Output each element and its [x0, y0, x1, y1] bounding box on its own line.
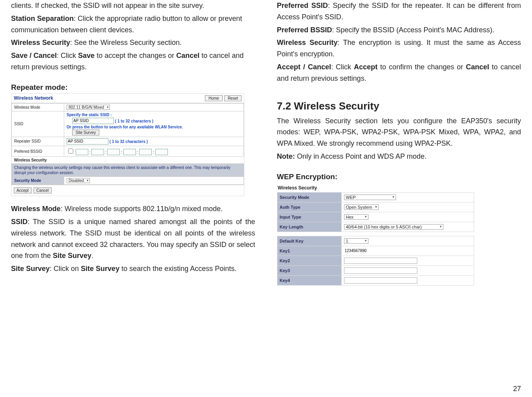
bssid-octet-6[interactable] — [155, 149, 168, 155]
security-mode-select[interactable]: Disabled — [67, 178, 90, 183]
key-length-select[interactable]: 40/64-bit (10 hex digits or 5 ASCII char… — [344, 224, 443, 230]
accept-button[interactable]: Accept — [14, 187, 32, 193]
body-text: : Specify the BSSID (Access Point's MAC … — [332, 26, 495, 34]
screenshot-repeater-mode: Wireless Network Home Reset Wireless Mod… — [11, 93, 244, 197]
body-text: to search the existing Access Points. — [119, 265, 236, 273]
body-text: clients. If checked, the SSID will not a… — [11, 0, 255, 11]
auth-type-select[interactable]: Open System — [344, 204, 379, 210]
body-text: to accept the changes or — [95, 52, 176, 59]
term-cancel-2: Cancel — [466, 63, 489, 71]
input-type-select[interactable]: Hex — [344, 214, 368, 220]
term-accept: Accept — [354, 63, 378, 71]
site-survey-button[interactable]: Site Survey — [72, 130, 99, 135]
body-text: Only in Access Point and WDS AP mode. — [295, 152, 427, 160]
term-site-survey-2: Site Survey — [11, 265, 50, 273]
term-wireless-mode: Wireless Mode — [11, 205, 61, 213]
body-text: : The SSID is a unique named shared amon… — [11, 218, 255, 260]
default-key-select[interactable]: 1 — [344, 238, 368, 244]
heading-repeater-mode: Repeater mode: — [11, 83, 255, 92]
repeater-ssid-char-range: ( 1 to 32 characters ) — [110, 139, 148, 143]
key4-input[interactable] — [344, 277, 417, 284]
body-text: The Wireless Security section lets you c… — [277, 115, 521, 149]
term-station-separation: Station Separation — [11, 15, 74, 22]
body-text: : Wireless mode supports 802.11b/g/n mix… — [61, 205, 223, 213]
panel-title: Wireless Network — [14, 95, 53, 101]
row-label-key2: Key2 — [277, 256, 341, 265]
home-button[interactable]: Home — [205, 95, 223, 101]
row-label-key1: Key1 — [277, 246, 341, 256]
term-save: Save — [78, 52, 95, 59]
body-text: Wireless Security: See the Wireless Secu… — [11, 37, 255, 48]
body-text: . — [91, 252, 93, 260]
body-text: : Click — [331, 63, 354, 71]
preferred-bssid-checkbox[interactable] — [68, 148, 73, 154]
term-note: Note: — [277, 152, 295, 160]
cancel-button[interactable]: Cancel — [33, 187, 51, 193]
ssid-hint-1: Specify the static SSID : — [67, 113, 241, 117]
bssid-octet-1[interactable] — [76, 149, 88, 155]
body-text: : See the Wireless Security section. — [70, 39, 182, 46]
term-accept-cancel: Accept / Cancel — [277, 63, 331, 71]
body-text: Site Survey: Click on Site Survey to sea… — [11, 263, 255, 275]
bssid-octet-4[interactable] — [123, 149, 136, 155]
wireless-security-subheader: Wireless Security — [12, 157, 244, 164]
row-label-key3: Key3 — [277, 265, 341, 275]
key1-input[interactable] — [344, 248, 417, 254]
body-text: Preferred BSSID: Specify the BSSID (Acce… — [277, 24, 521, 36]
key2-input[interactable] — [344, 258, 417, 264]
body-text: Station Separation: Click the appropriat… — [11, 13, 255, 36]
row-label-security-mode-2: Security Mode — [277, 192, 341, 202]
row-label-key-length: Key Length — [277, 222, 341, 232]
term-wireless-security: Wireless Security — [11, 39, 70, 46]
body-text: to confirm the changes or — [378, 63, 466, 71]
bssid-octet-5[interactable] — [139, 149, 152, 155]
row-label-key4: Key4 — [277, 275, 341, 285]
ssid-hint-2: Or press the button to search for any av… — [67, 125, 241, 129]
row-label-wireless-mode: Wireless Mode — [12, 103, 64, 111]
heading-wep-encryption: WEP Encryption: — [277, 173, 521, 181]
repeater-ssid-input[interactable] — [67, 138, 108, 145]
body-text: Note: Only in Access Point and WDS AP mo… — [277, 151, 521, 162]
panel-title-wsec: Wireless Security — [277, 184, 474, 192]
ssid-char-range: ( 1 to 32 characters ) — [115, 119, 153, 123]
page-number: 27 — [513, 385, 521, 393]
body-text: : Click on — [50, 265, 81, 273]
wireless-mode-select[interactable]: 802.11 B/G/N Mixed — [67, 105, 110, 110]
row-label-security-mode: Security Mode — [12, 177, 64, 185]
term-preferred-ssid: Preferred SSID — [277, 2, 328, 9]
key3-input[interactable] — [344, 267, 417, 274]
term-preferred-bssid: Preferred BSSID — [277, 26, 332, 34]
bssid-octet-3[interactable] — [107, 149, 120, 155]
row-label-repeater-ssid: Repeater SSID — [12, 137, 64, 146]
body-text: SSID: The SSID is a unique named shared … — [11, 216, 255, 262]
heading-7-2: 7.2 Wireless Security — [277, 100, 521, 112]
row-label-ssid: SSID — [12, 111, 64, 137]
bssid-octet-2[interactable] — [91, 149, 104, 155]
row-label-default-key: Default Key — [277, 236, 341, 246]
row-label-preferred-bssid: Prefered BSSID — [12, 146, 64, 157]
row-label-input-type: Input Type — [277, 212, 341, 222]
security-warning-text: Changing the wireless security settings … — [12, 164, 244, 177]
term-cancel: Cancel — [176, 52, 199, 59]
term-site-survey: Site Survey — [53, 252, 91, 260]
term-ssid: SSID — [11, 218, 28, 226]
preferred-bssid-fields: : : : : : — [64, 146, 244, 157]
reset-button[interactable]: Reset — [224, 95, 242, 101]
term-wireless-security-2: Wireless Security — [277, 39, 338, 46]
body-text: Wireless Security: The encryption is usi… — [277, 37, 521, 60]
body-text: Accept / Cancel: Click Accept to confirm… — [277, 61, 521, 84]
screenshot-wep-encryption: Wireless Security Security Mode WEP Auth… — [277, 184, 474, 286]
row-label-auth-type: Auth Type — [277, 202, 341, 212]
security-mode-select-2[interactable]: WEP — [344, 195, 396, 200]
term-save-cancel: Save / Cancel — [11, 52, 57, 59]
body-text: Preferred SSID: Specify the SSID for the… — [277, 0, 521, 23]
body-text: Save / Cancel: Click Save to accept the … — [11, 50, 255, 73]
ssid-input[interactable] — [72, 118, 114, 124]
body-text: Wireless Mode: Wireless mode supports 80… — [11, 203, 255, 215]
body-text: : Click — [57, 52, 78, 59]
term-site-survey-3: Site Survey — [81, 265, 119, 273]
